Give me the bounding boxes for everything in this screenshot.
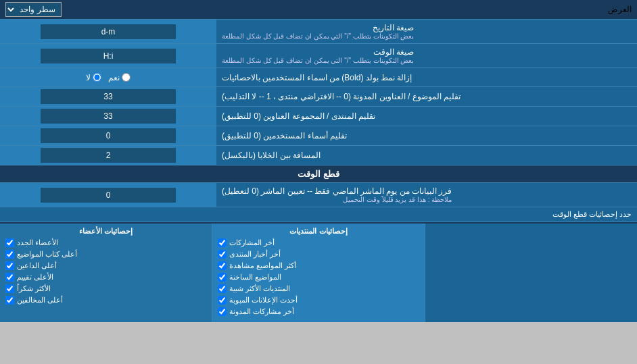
bold-setting-label: إزالة نمط بولد (Bold) من اسماء المستخدمي… [216,68,637,86]
checkbox-row-forum-news: أخر أخبار المنتدى [218,250,419,259]
checkbox-row-top-violators: أعلى المخالفين [5,296,206,305]
bold-radio-group: نعم لا [86,73,131,82]
checkbox-forum-news[interactable] [218,250,227,259]
forum-group-input-area [0,107,216,126]
forum-group-row: تقليم المنتدى / المجموعة العناوين (0 للت… [0,107,637,126]
usernames-label: تقليم أسماء المستخدمين (0 للتطبيق) [216,126,637,145]
checkbox-col-members: إحصائيات الأعضاء الأعضاء الجدد أعلى كتاب… [0,224,212,322]
checkbox-classifieds[interactable] [218,296,227,305]
forum-group-label: تقليم المنتدى / المجموعة العناوين (0 للت… [216,107,637,126]
checkbox-col-forums: إحصائيات المنتديات أخر المشاركات أخر أخب… [212,224,424,322]
checkbox-row-hot-topics: المواضيع الساخنة [218,273,419,282]
usernames-row: تقليم أسماء المستخدمين (0 للتطبيق) [0,126,637,146]
usernames-input[interactable] [41,128,176,143]
main-container: العرض سطر واحد صيغة التاريخ بعض التكوينا… [0,0,637,322]
checkbox-most-thanked[interactable] [5,284,14,293]
topics-threads-label: تقليم الموضوع / العناوين المدونة (0 -- ا… [216,87,637,106]
checkbox-top-inviters[interactable] [5,261,14,270]
bold-yes-label[interactable]: نعم [108,73,131,82]
time-cutoff-input[interactable] [41,188,176,203]
checkbox-hot-topics[interactable] [218,273,227,282]
col2-header: إحصائيات المنتديات [218,227,419,236]
checkbox-top-rated[interactable] [5,273,14,282]
time-cutoff-input-area [0,183,216,207]
forum-group-input[interactable] [41,109,176,124]
bold-no-label[interactable]: لا [86,73,101,82]
bold-setting-row: إزالة نمط بولد (Bold) من اسماء المستخدمي… [0,68,637,87]
top-row: العرض سطر واحد [0,0,637,20]
cell-spacing-row: المسافة بين الخلايا (بالبكسل) [0,146,637,165]
checkbox-row-top-rated: الأعلى تقييم [5,273,206,282]
checkbox-row-top-writers: أعلى كتاب المواضيع [5,250,206,259]
limit-section: حدد إحصائيات قطع الوقت [0,207,637,222]
time-cutoff-label: فرز البيانات من يوم الماشر الماضي فقط --… [216,183,637,207]
time-format-row: صيغة الوقت بعض التكوينات يتطلب "/" التي … [0,44,637,68]
checkbox-row-top-inviters: أعلى الداعين [5,261,206,270]
display-select[interactable]: سطر واحد [5,2,62,17]
checkbox-row-classifieds: أحدث الإعلانات المبوبة [218,296,419,305]
topics-threads-input-area [0,87,216,106]
time-format-input-area [0,44,216,68]
checkbox-row-most-thanked: الأكثر شكراً [5,284,206,293]
checkbox-row-blog-posts: أخر مشاركات المدونة [218,307,419,316]
checkbox-blog-posts[interactable] [218,307,227,316]
date-format-row: صيغة التاريخ بعض التكوينات يتطلب "/" الت… [0,20,637,44]
checkbox-row-similar-forums: المنتديات الأكثر شبية [218,284,419,293]
time-cutoff-header: قطع الوقت [0,165,637,183]
checkbox-top-violators[interactable] [5,296,14,305]
topics-threads-input[interactable] [41,89,176,104]
col1-header: إحصائيات الأعضاء [5,227,206,236]
checkbox-row-shares: أخر المشاركات [218,238,419,247]
cell-spacing-input[interactable] [41,148,176,163]
bold-no-radio[interactable] [93,73,101,82]
date-format-input-area [0,20,216,43]
checkbox-row-most-viewed: أكثر المواضيع مشاهدة [218,261,419,270]
top-label: العرض [608,5,632,14]
date-format-input[interactable] [41,24,176,39]
time-format-label: صيغة الوقت بعض التكوينات يتطلب "/" التي … [216,44,637,68]
date-format-label: صيغة التاريخ بعض التكوينات يتطلب "/" الت… [216,20,637,43]
checkbox-col-empty [425,224,637,322]
checkbox-most-viewed[interactable] [218,261,227,270]
checkbox-top-writers[interactable] [5,250,14,259]
checkboxes-section: إحصائيات المنتديات أخر المشاركات أخر أخب… [0,222,637,322]
cell-spacing-input-area [0,146,216,165]
checkbox-new-members[interactable] [5,238,14,247]
topics-threads-row: تقليم الموضوع / العناوين المدونة (0 -- ا… [0,87,637,107]
bold-setting-input-area: نعم لا [0,68,216,86]
time-format-input[interactable] [41,49,176,63]
cell-spacing-label: المسافة بين الخلايا (بالبكسل) [216,146,637,165]
bold-yes-radio[interactable] [122,73,131,82]
checkbox-row-new-members: الأعضاء الجدد [5,238,206,247]
checkbox-similar-forums[interactable] [218,284,227,293]
usernames-input-area [0,126,216,145]
time-cutoff-row: فرز البيانات من يوم الماشر الماضي فقط --… [0,183,637,207]
checkbox-shares[interactable] [218,238,227,247]
